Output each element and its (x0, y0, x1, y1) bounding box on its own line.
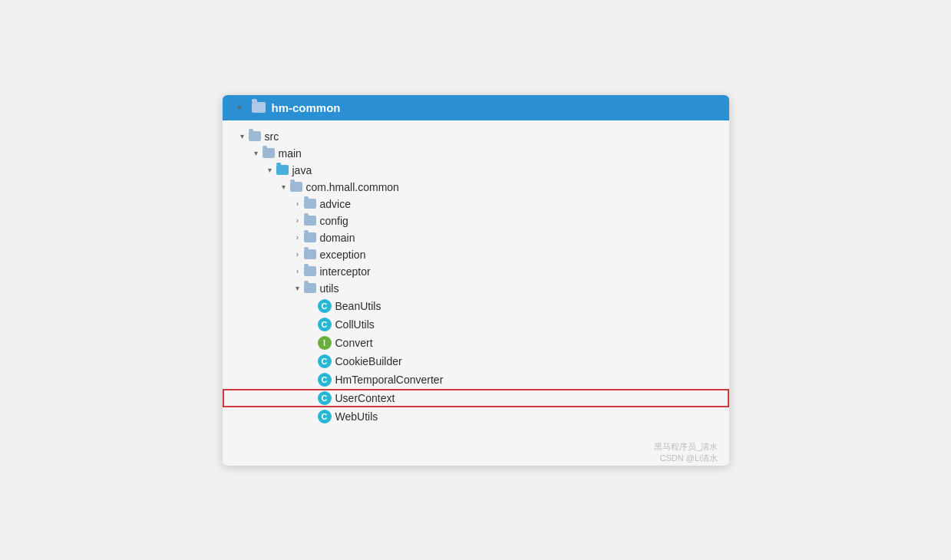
item-label: domain (320, 232, 355, 244)
item-label: WebUtils (335, 410, 378, 423)
item-label: main (279, 147, 302, 160)
chevron-icon[interactable] (292, 199, 304, 208)
tree-item-java[interactable]: java (223, 162, 729, 179)
folder-icon (276, 165, 289, 175)
chevron-icon[interactable] (292, 250, 304, 259)
item-label: advice (320, 198, 351, 210)
panel-title: hm-common (272, 101, 341, 114)
chevron-icon[interactable] (236, 132, 249, 140)
tree-item-UserContext[interactable]: CUserContext (223, 389, 729, 407)
tree-item-WebUtils[interactable]: CWebUtils (223, 407, 729, 426)
folder-icon (304, 266, 316, 276)
item-label: exception (320, 249, 366, 261)
item-label: com.hmall.common (306, 181, 399, 193)
tree-item-Convert[interactable]: IConvert (223, 334, 729, 352)
tree-item-CollUtils[interactable]: CCollUtils (223, 315, 729, 334)
file-badge-icon: I (318, 336, 332, 350)
tree-item-config[interactable]: config (223, 212, 729, 229)
tree-item-interceptor[interactable]: interceptor (223, 263, 729, 280)
folder-icon (304, 283, 316, 293)
folder-icon (304, 232, 316, 242)
tree-item-main[interactable]: main (223, 145, 729, 162)
file-badge-icon: C (318, 354, 332, 368)
tree-item-src[interactable]: src (223, 128, 729, 145)
watermark: 黑马程序员_清水 CSDN @Li清水 (223, 438, 729, 466)
tree-item-BeanUtils[interactable]: CBeanUtils (223, 297, 729, 315)
item-label: BeanUtils (335, 300, 381, 312)
tree-item-HmTemporalConverter[interactable]: CHmTemporalConverter (223, 371, 729, 389)
item-label: java (292, 164, 312, 176)
chevron-icon[interactable] (292, 267, 304, 275)
chevron-icon[interactable] (250, 149, 263, 157)
file-badge-icon: C (318, 373, 332, 387)
item-label: CollUtils (335, 318, 375, 331)
chevron-icon[interactable] (264, 166, 276, 174)
tree-item-CookieBuilder[interactable]: CCookieBuilder (223, 352, 729, 371)
folder-icon (304, 216, 316, 226)
folder-icon (304, 199, 316, 209)
panel-header: hm-common (223, 95, 729, 120)
file-badge-icon: C (318, 299, 332, 313)
folder-icon (249, 131, 261, 141)
tree-item-domain[interactable]: domain (223, 229, 729, 246)
item-label: Convert (335, 337, 373, 349)
watermark-line1: 黑马程序员_清水 (223, 441, 718, 453)
tree-item-exception[interactable]: exception (223, 246, 729, 263)
item-label: interceptor (320, 265, 371, 278)
item-label: utils (320, 282, 339, 295)
panel-chevron-icon[interactable] (233, 104, 246, 112)
file-badge-icon: C (318, 391, 332, 405)
file-tree-panel: hm-common srcmainjavacom.hmall.commonadv… (223, 95, 729, 466)
chevron-icon[interactable] (278, 183, 290, 191)
tree-item-com.hmall.common[interactable]: com.hmall.common (223, 179, 729, 196)
file-badge-icon: C (318, 318, 332, 331)
tree-item-utils[interactable]: utils (223, 280, 729, 297)
watermark-line2: CSDN @Li清水 (223, 453, 718, 464)
item-label: config (320, 215, 348, 227)
chevron-icon[interactable] (292, 216, 304, 225)
chevron-icon[interactable] (292, 284, 304, 292)
item-label: UserContext (335, 392, 395, 404)
chevron-icon[interactable] (292, 233, 304, 242)
folder-icon (304, 249, 316, 259)
panel-folder-icon (252, 102, 266, 113)
tree-item-advice[interactable]: advice (223, 196, 729, 212)
item-label: HmTemporalConverter (335, 374, 444, 386)
folder-icon (290, 182, 302, 192)
item-label: src (265, 130, 279, 143)
file-badge-icon: C (318, 410, 332, 423)
folder-icon (263, 148, 275, 158)
item-label: CookieBuilder (335, 355, 402, 367)
tree-body: srcmainjavacom.hmall.commonadviceconfigd… (223, 120, 729, 438)
